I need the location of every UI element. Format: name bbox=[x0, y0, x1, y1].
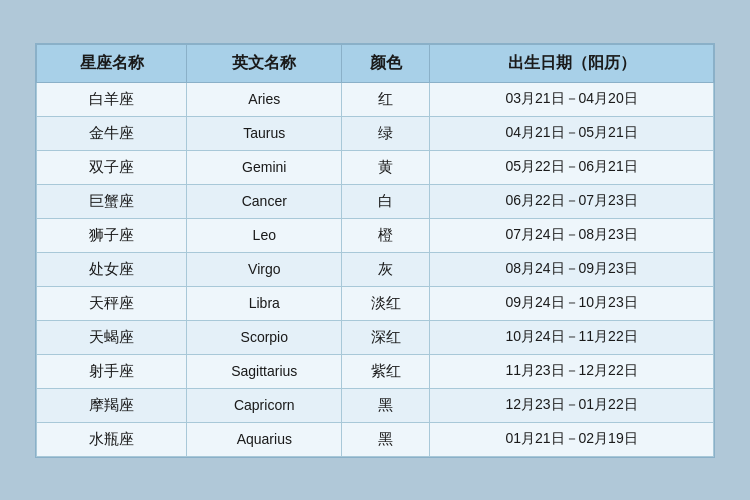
cell-chinese-name: 狮子座 bbox=[37, 218, 187, 252]
cell-english-name: Gemini bbox=[187, 150, 342, 184]
cell-chinese-name: 处女座 bbox=[37, 252, 187, 286]
cell-english-name: Virgo bbox=[187, 252, 342, 286]
cell-dates: 05月22日－06月21日 bbox=[430, 150, 714, 184]
cell-english-name: Capricorn bbox=[187, 388, 342, 422]
cell-color: 橙 bbox=[342, 218, 430, 252]
cell-english-name: Sagittarius bbox=[187, 354, 342, 388]
table-row: 射手座Sagittarius紫红11月23日－12月22日 bbox=[37, 354, 714, 388]
cell-color: 绿 bbox=[342, 116, 430, 150]
cell-color: 深红 bbox=[342, 320, 430, 354]
table-row: 白羊座Aries红03月21日－04月20日 bbox=[37, 82, 714, 116]
table-row: 狮子座Leo橙07月24日－08月23日 bbox=[37, 218, 714, 252]
table-body: 白羊座Aries红03月21日－04月20日金牛座Taurus绿04月21日－0… bbox=[37, 82, 714, 456]
cell-dates: 03月21日－04月20日 bbox=[430, 82, 714, 116]
table-row: 天蝎座Scorpio深红10月24日－11月22日 bbox=[37, 320, 714, 354]
table-row: 处女座Virgo灰08月24日－09月23日 bbox=[37, 252, 714, 286]
cell-english-name: Leo bbox=[187, 218, 342, 252]
cell-english-name: Scorpio bbox=[187, 320, 342, 354]
cell-color: 灰 bbox=[342, 252, 430, 286]
cell-dates: 11月23日－12月22日 bbox=[430, 354, 714, 388]
cell-chinese-name: 金牛座 bbox=[37, 116, 187, 150]
cell-chinese-name: 双子座 bbox=[37, 150, 187, 184]
cell-chinese-name: 天蝎座 bbox=[37, 320, 187, 354]
table-row: 水瓶座Aquarius黑01月21日－02月19日 bbox=[37, 422, 714, 456]
cell-color: 黄 bbox=[342, 150, 430, 184]
cell-english-name: Aries bbox=[187, 82, 342, 116]
table-header-row: 星座名称 英文名称 颜色 出生日期（阳历） bbox=[37, 44, 714, 82]
table-row: 巨蟹座Cancer白06月22日－07月23日 bbox=[37, 184, 714, 218]
cell-english-name: Taurus bbox=[187, 116, 342, 150]
cell-chinese-name: 水瓶座 bbox=[37, 422, 187, 456]
cell-dates: 07月24日－08月23日 bbox=[430, 218, 714, 252]
cell-english-name: Libra bbox=[187, 286, 342, 320]
cell-chinese-name: 巨蟹座 bbox=[37, 184, 187, 218]
cell-color: 黑 bbox=[342, 388, 430, 422]
cell-dates: 06月22日－07月23日 bbox=[430, 184, 714, 218]
cell-color: 黑 bbox=[342, 422, 430, 456]
cell-color: 红 bbox=[342, 82, 430, 116]
header-color: 颜色 bbox=[342, 44, 430, 82]
cell-chinese-name: 天秤座 bbox=[37, 286, 187, 320]
cell-color: 淡红 bbox=[342, 286, 430, 320]
cell-color: 白 bbox=[342, 184, 430, 218]
table-row: 天秤座Libra淡红09月24日－10月23日 bbox=[37, 286, 714, 320]
zodiac-table: 星座名称 英文名称 颜色 出生日期（阳历） 白羊座Aries红03月21日－04… bbox=[36, 44, 714, 457]
cell-dates: 01月21日－02月19日 bbox=[430, 422, 714, 456]
header-dates: 出生日期（阳历） bbox=[430, 44, 714, 82]
header-chinese-name: 星座名称 bbox=[37, 44, 187, 82]
cell-dates: 04月21日－05月21日 bbox=[430, 116, 714, 150]
cell-dates: 09月24日－10月23日 bbox=[430, 286, 714, 320]
cell-dates: 12月23日－01月22日 bbox=[430, 388, 714, 422]
table-row: 摩羯座Capricorn黑12月23日－01月22日 bbox=[37, 388, 714, 422]
cell-dates: 08月24日－09月23日 bbox=[430, 252, 714, 286]
table-row: 金牛座Taurus绿04月21日－05月21日 bbox=[37, 116, 714, 150]
cell-dates: 10月24日－11月22日 bbox=[430, 320, 714, 354]
header-english-name: 英文名称 bbox=[187, 44, 342, 82]
cell-color: 紫红 bbox=[342, 354, 430, 388]
cell-chinese-name: 白羊座 bbox=[37, 82, 187, 116]
cell-english-name: Aquarius bbox=[187, 422, 342, 456]
cell-english-name: Cancer bbox=[187, 184, 342, 218]
cell-chinese-name: 摩羯座 bbox=[37, 388, 187, 422]
table-row: 双子座Gemini黄05月22日－06月21日 bbox=[37, 150, 714, 184]
zodiac-table-container: 星座名称 英文名称 颜色 出生日期（阳历） 白羊座Aries红03月21日－04… bbox=[35, 43, 715, 458]
cell-chinese-name: 射手座 bbox=[37, 354, 187, 388]
